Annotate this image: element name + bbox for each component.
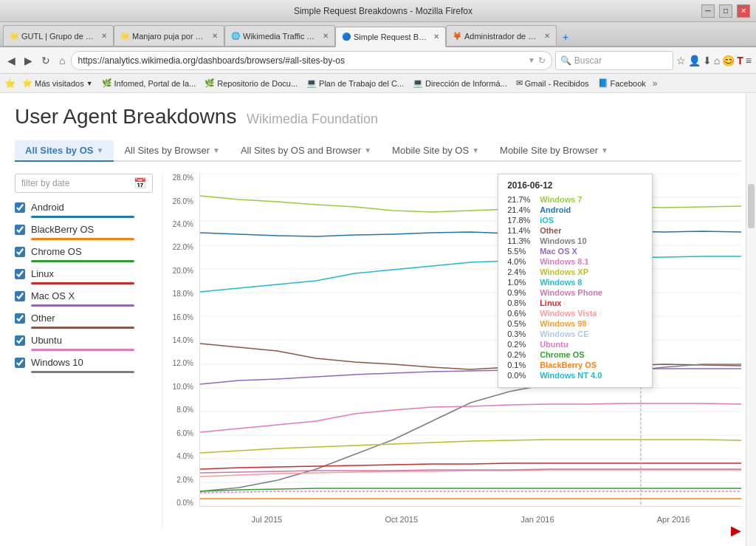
os-checkbox-blackberry[interactable] [15, 225, 25, 235]
os-color-bar-blackberry [31, 238, 134, 240]
bookmark-icon-3: 🌿 [205, 78, 215, 88]
os-checkbox-ubuntu[interactable] [15, 335, 25, 346]
x-label-apr2016: Apr 2016 [657, 515, 690, 524]
tab-label-3: Wikimedia Traffic Ana... [243, 32, 317, 41]
bookmark-item-5[interactable]: 💻 Dirección de Informá... [410, 78, 509, 89]
tab-close-5[interactable]: ✕ [544, 32, 550, 40]
os-checkbox-android[interactable] [15, 202, 25, 213]
os-checkbox-other[interactable] [15, 313, 25, 324]
nav-icons: ☆ 👤 ⬇ ⌂ 😊 T ≡ [676, 55, 752, 66]
sync-icon[interactable]: 👤 [688, 55, 701, 66]
os-label-linux: Linux [31, 268, 54, 279]
tooltip-row: 0.9%Windows Phone [507, 288, 643, 297]
y-label-6: 6.0% [162, 429, 196, 437]
bookmark-item-6[interactable]: ✉ Gmail - Recibidos [514, 78, 591, 89]
y-label-8: 8.0% [162, 406, 196, 414]
sidebar: filter by date 📅 Android BlackBerry OS [15, 174, 162, 529]
page-content: User Agent Breakdowns Wikimedia Foundati… [0, 93, 756, 546]
os-checkbox-macosx[interactable] [15, 291, 25, 301]
tooltip-row: 17.8%iOS [507, 216, 643, 225]
title-bar: Simple Request Breakdowns - Mozilla Fire… [0, 0, 756, 22]
nav-bar: ◀ ▶ ↻ ⌂ https://analytics.wikimedia.org/… [0, 47, 756, 74]
tooltip-os-label: Android [540, 205, 571, 214]
bookmark-item-3[interactable]: 🌿 Repositorio de Docu... [202, 78, 300, 89]
chart-container[interactable]: 2016-06-12 21.7%Windows 721.4%Android17.… [199, 174, 741, 507]
tab-mobile-os[interactable]: Mobile Site by OS ▼ [382, 140, 489, 162]
emoji-icon[interactable]: 😊 [722, 55, 735, 66]
tooltip-row: 0.0%Windows NT 4.0 [507, 371, 643, 380]
os-label-windows10: Windows 10 [31, 357, 83, 368]
tab-label-4: Simple Request Breakdo... [354, 33, 427, 41]
new-tab-button[interactable]: + [557, 28, 574, 46]
tab-all-sites-os-browser-label: All Sites by OS and Browser [241, 145, 361, 156]
tooltip-pct: 5.5% [507, 247, 537, 256]
browser-tab-2[interactable]: 🌟 Manjaro puja por el 3 ... ✕ [114, 25, 224, 46]
forward-button[interactable]: ▶ [21, 53, 35, 68]
back-button[interactable]: ◀ [4, 53, 18, 68]
url-dropdown-icon[interactable]: ▼ [528, 56, 535, 64]
tab-label-5: Administrador de co... [464, 32, 538, 41]
tooltip-os-label: Windows 10 [540, 236, 586, 245]
nav-tabs: All Sites by OS ▼ All Sites by Browser ▼… [15, 140, 741, 162]
y-label-18: 18.0% [162, 290, 196, 298]
browser-tab-5[interactable]: 🦊 Administrador de co... ✕ [446, 25, 557, 46]
refresh-small-icon[interactable]: ↻ [538, 55, 546, 66]
tab-close-1[interactable]: ✕ [101, 32, 107, 40]
tab-mobile-os-arrow: ▼ [472, 146, 479, 154]
font-icon[interactable]: T [737, 55, 743, 66]
bookmark-item-7[interactable]: 📘 Facebook [596, 78, 648, 89]
tab-all-sites-os[interactable]: All Sites by OS ▼ [15, 140, 114, 162]
bookmark-item-2[interactable]: 🌿 Infomed, Portal de la... [100, 78, 199, 89]
tooltip-pct: 0.2% [507, 340, 537, 349]
bookmark-item-4[interactable]: 💻 Plan de Trabajo del C... [304, 78, 406, 89]
bookmark-item-1[interactable]: ⭐ Más visitados ▼ [20, 78, 95, 89]
url-bar[interactable]: https://analytics.wikimedia.org/dashboar… [71, 51, 551, 70]
os-color-bar-other [31, 327, 134, 329]
tooltip-os-label: Ubuntu [540, 340, 568, 349]
tooltip-pct: 21.7% [507, 195, 537, 204]
scrollbar[interactable] [746, 93, 756, 546]
os-checkbox-windows10[interactable] [15, 358, 25, 368]
tab-close-2[interactable]: ✕ [212, 32, 218, 40]
tab-all-sites-browser[interactable]: All Sites by Browser ▼ [114, 140, 230, 162]
tooltip-pct: 21.4% [507, 205, 537, 214]
close-button[interactable]: ✕ [737, 4, 750, 18]
tooltip-row: 4.0%Windows 8.1 [507, 257, 643, 266]
tab-mobile-browser[interactable]: Mobile Site by Browser ▼ [489, 140, 619, 162]
browser-tab-1[interactable]: 🌟 GUTL | Grupo de Usu... ✕ [3, 25, 114, 46]
bookmarks-bar: ⭐ ⭐ Más visitados ▼ 🌿 Infomed, Portal de… [0, 74, 756, 93]
bookmark-label-7: Facebook [611, 79, 646, 88]
main-layout: filter by date 📅 Android BlackBerry OS [15, 174, 741, 529]
browser-tab-4[interactable]: 🔵 Simple Request Breakdo... ✕ [335, 27, 446, 47]
os-color-bar-windows10 [31, 371, 134, 373]
bookmark-label-2: Infomed, Portal de la... [114, 79, 196, 88]
window-controls[interactable]: ─ □ ✕ [701, 4, 750, 18]
minimize-button[interactable]: ─ [701, 4, 715, 18]
tooltip: 2016-06-12 21.7%Windows 721.4%Android17.… [498, 174, 653, 388]
refresh-button[interactable]: ↻ [38, 53, 53, 68]
more-bookmarks[interactable]: » [653, 78, 658, 89]
download-icon[interactable]: ⬇ [703, 55, 712, 66]
home-button[interactable]: ⌂ [56, 53, 68, 68]
os-checkbox-linux[interactable] [15, 269, 25, 279]
tooltip-os-label: Windows 98 [540, 319, 586, 328]
tooltip-pct: 11.3% [507, 236, 537, 245]
bookmarks-icon[interactable]: ☆ [676, 55, 686, 66]
tooltip-pct: 0.3% [507, 330, 537, 338]
tab-close-4[interactable]: ✕ [433, 33, 439, 41]
tab-close-3[interactable]: ✕ [323, 32, 329, 40]
scrollbar-thumb[interactable] [748, 184, 755, 228]
y-label-16: 16.0% [162, 313, 196, 321]
y-label-10: 10.0% [162, 383, 196, 391]
home-icon[interactable]: ⌂ [714, 55, 720, 66]
tab-all-sites-os-label: All Sites by OS [25, 145, 93, 156]
tab-all-sites-os-browser[interactable]: All Sites by OS and Browser ▼ [230, 140, 382, 162]
os-checkbox-chromeos[interactable] [15, 247, 25, 257]
browser-tab-3[interactable]: 🌐 Wikimedia Traffic Ana... ✕ [224, 25, 335, 46]
tab-icon-5: 🦊 [453, 32, 461, 40]
date-filter[interactable]: filter by date 📅 [15, 174, 153, 193]
more-icon[interactable]: ≡ [746, 55, 752, 66]
maximize-button[interactable]: □ [719, 4, 732, 18]
search-bar[interactable]: 🔍 Buscar [555, 51, 673, 70]
bookmark-label-3: Repositorio de Docu... [217, 79, 298, 88]
